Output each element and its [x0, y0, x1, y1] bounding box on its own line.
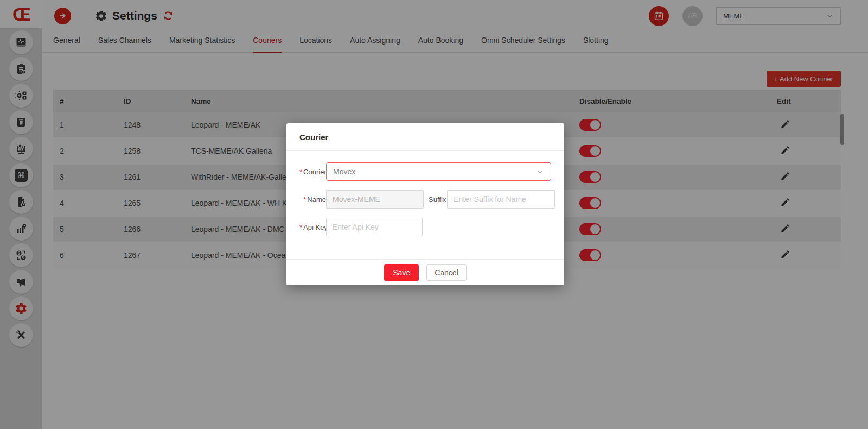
- name-field-label: *Name: [299, 195, 326, 204]
- api-key-field-label: *Api Key: [299, 223, 326, 231]
- save-button[interactable]: Save: [384, 264, 419, 281]
- courier-select-value: Movex: [333, 167, 355, 176]
- name-input[interactable]: [326, 190, 424, 209]
- api-key-input[interactable]: [326, 218, 423, 236]
- suffix-field-label: Suffix: [429, 195, 446, 204]
- modal-title: Courier: [299, 133, 328, 142]
- chevron-down-icon: [536, 168, 544, 176]
- suffix-input[interactable]: [447, 190, 555, 209]
- settings-page: Œ ⌘: [0, 0, 868, 429]
- courier-field-label: *Courier: [299, 168, 326, 176]
- courier-modal: Courier *Courier Movex *Name Suffix *Api…: [286, 123, 564, 285]
- courier-select[interactable]: Movex: [326, 162, 551, 181]
- cancel-button[interactable]: Cancel: [426, 264, 467, 281]
